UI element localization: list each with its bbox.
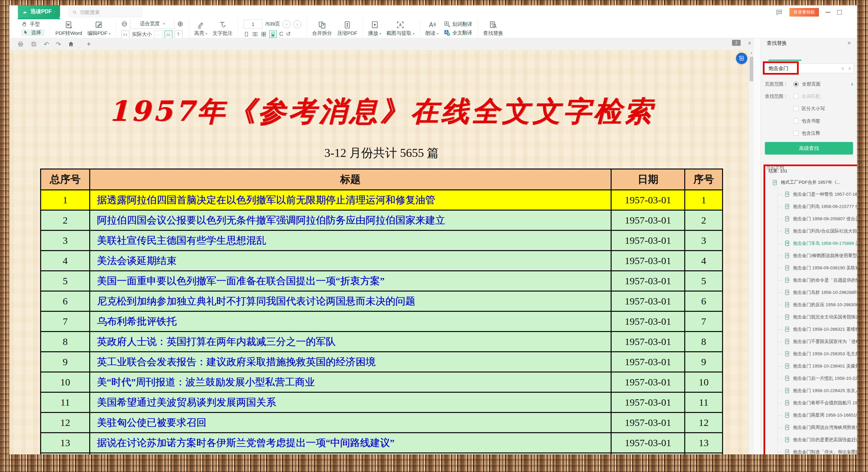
merge-split-button[interactable]: 合并拆分: [312, 21, 332, 36]
panel-tab[interactable]: [809, 48, 857, 61]
search-result-item[interactable]: 炮击金门后一片慌乱 1958-10-2264: [765, 372, 857, 384]
table-row[interactable]: 7 乌布利希批评铁托 1957-03-01 7: [41, 311, 723, 332]
table-row[interactable]: 12 美驻匈公使已被要求召回 1957-03-01 12: [41, 413, 723, 433]
search-result-item[interactable]: 炮击金门两周说台湾海峡局势发生了: [765, 421, 857, 434]
redo-icon[interactable]: ↷: [56, 40, 61, 48]
panel-close-icon[interactable]: ✕: [847, 40, 851, 46]
table-row[interactable]: 10 美“时代”周刊报道：波兰鼓励发展小型私营工商业 1957-03-01 10: [41, 372, 723, 392]
search-result-item[interactable]: 炮击金门岛群 1958-10-296288叶公超: [765, 286, 857, 298]
login-button[interactable]: 登录享特权: [789, 8, 819, 17]
edit-pdf-button[interactable]: 编辑PDF ▾: [88, 21, 111, 36]
print-icon[interactable]: [17, 41, 24, 48]
cell-article-title[interactable]: 美法会谈延期结束: [90, 251, 611, 271]
results-root-item[interactable]: 格式工厂PDF合并 1957年《...: [765, 177, 857, 188]
checkbox-icon[interactable]: [794, 94, 798, 99]
search-result-item[interactable]: 炮击金门的反应 1958-10-286308 杜: [765, 298, 857, 311]
cell-article-title[interactable]: 尼克松到加纳参加独立典礼时不打算同我国代表讨论两国悬而未决的问题: [90, 291, 611, 311]
table-row[interactable]: 13 据说在讨论苏加诺方案时各伊斯兰党曾考虑提出一项“中间路线建议” 1957-…: [41, 433, 723, 453]
checkbox-icon[interactable]: [794, 131, 798, 136]
panel-tab[interactable]: [761, 48, 809, 61]
restore-button[interactable]: [837, 10, 842, 14]
search-option[interactable]: 全词匹配: [794, 90, 853, 102]
table-row[interactable]: 9 英工业联合会发表报告：建议政府采取措施挽救英国的经济困境 1957-03-0…: [41, 352, 723, 372]
search-result-item[interactable]: 炮击金门目的是要把美国强盗赶出台: [765, 434, 857, 446]
actual-size-icon[interactable]: 1:1: [121, 31, 129, 38]
search-result-item[interactable]: 炮击金门等岛 1958-09-175889 美: [765, 237, 857, 249]
search-result-item[interactable]: 炮击金门的命令是「自愿提供的情报」: [765, 274, 857, 286]
cell-article-title[interactable]: 据透露阿拉伯四国首脑决定在以色列撤军以前无限期停止清理运河和修复油管: [90, 190, 611, 210]
search-option[interactable]: 区分大小写: [794, 102, 853, 115]
radio-selected-icon[interactable]: [794, 82, 799, 87]
search-result-item[interactable]: 炮击金门是一种警告 1957-07-16 23: [765, 188, 857, 200]
app-logo[interactable]: 迅读PDF ▾: [18, 5, 60, 18]
text-note-button[interactable]: 文字批注: [213, 21, 232, 36]
cell-article-title[interactable]: 据说在讨论苏加诺方案时各伊斯兰党曾考虑提出一项“中间路线建议”: [90, 433, 611, 453]
cell-article-title[interactable]: 美国一面重申要以色列撤军一面准备在联合国提出一项“折衷方案”: [90, 271, 611, 291]
next-page-icon[interactable]: ›: [293, 20, 301, 28]
scroll-up-icon[interactable]: ∧: [749, 51, 754, 55]
hand-tool[interactable]: 手型: [21, 21, 44, 28]
undo-icon[interactable]: ↶: [44, 40, 49, 48]
select-tool[interactable]: 选择: [21, 29, 44, 36]
search-query-input[interactable]: 炮击金门: [764, 63, 854, 73]
pdf-to-word-button[interactable]: PDF转Word: [55, 21, 82, 36]
capture-extract-button[interactable]: 截图与提取 ▾: [386, 21, 414, 36]
search-result-item[interactable]: 炮击金门不要跟美国宣传为「侵略」: [765, 335, 857, 348]
table-row[interactable]: 14 华盛顿方面对印尼政局的发展感到不安/马尼拉条约组织理事会将讨论印尼局势 1…: [41, 453, 723, 455]
floating-pdf-to-word-button[interactable]: [736, 53, 747, 64]
advanced-search-button[interactable]: 高级查找: [765, 142, 853, 155]
cell-article-title[interactable]: 美联社宣传民主德国有些学生思想混乱: [90, 230, 611, 251]
search-result-item[interactable]: 炮击金门我完全主动美国务院恼羞成: [765, 311, 857, 323]
table-row[interactable]: 8 英政府人士说：英国打算在两年内裁减三分之一的军队 1957-03-01 8: [41, 332, 723, 352]
viewer-scrollbar[interactable]: ∧: [749, 50, 754, 454]
rotate-right-icon[interactable]: C: [279, 31, 283, 37]
search-option[interactable]: 包含书签: [794, 115, 853, 127]
search-result-item[interactable]: 炮击金门 1958-10-256353 毛主席同: [765, 348, 857, 360]
scrollbar-thumb[interactable]: [750, 57, 753, 81]
hand-span-icon[interactable]: ▭: [164, 31, 173, 38]
word-translate-button[interactable]: 划词翻译: [444, 21, 472, 28]
collapse-toolbar-icon[interactable]: ∧: [748, 40, 751, 45]
table-row[interactable]: 2 阿拉伯四国会议公报要以色列无条件撤军强调阿拉伯防务应由阿拉伯国家来建立 19…: [41, 210, 723, 230]
prev-page-icon[interactable]: ‹: [283, 20, 290, 28]
table-row[interactable]: 3 美联社宣传民主德国有些学生思想混乱 1957-03-01 3: [41, 230, 723, 251]
play-button[interactable]: 播放 ▾: [368, 21, 381, 36]
zoom-out-icon[interactable]: ⊖: [121, 20, 127, 28]
search-result-item[interactable]: 炮击金门 1958-09-205807 侵台美军: [765, 213, 857, 225]
zoom-mode-select[interactable]: 适合宽度 ▾: [130, 19, 175, 29]
text-select-icon[interactable]: T: [175, 31, 182, 38]
search-result-item[interactable]: 炮击金门 1958-10-226425 东京人士: [765, 384, 857, 397]
single-page-icon[interactable]: [244, 31, 249, 37]
cell-article-title[interactable]: 英政府人士说：英国打算在两年内裁减三分之一的军队: [90, 332, 611, 352]
cell-article-title[interactable]: 华盛顿方面对印尼政局的发展感到不安/马尼拉条约组织理事会将讨论印尼局势: [90, 453, 611, 455]
two-page-icon[interactable]: [252, 31, 258, 37]
read-aloud-button[interactable]: 朗读 ▾: [425, 21, 438, 36]
save-icon[interactable]: [31, 41, 37, 48]
function-search-box[interactable]: 功能搜索: [69, 7, 142, 17]
find-previous-icon[interactable]: ∨: [841, 66, 844, 71]
expand-range-icon[interactable]: ›: [851, 81, 853, 88]
rotate-left-icon[interactable]: ↺: [286, 31, 290, 37]
search-result-item[interactable]: 炮击金门/柳鹘图说我将使用重型的大: [765, 249, 857, 262]
search-result-item[interactable]: 炮击金门 1958-09-036190 美联社报: [765, 262, 857, 274]
search-result-item[interactable]: 炮击金门 1958-10-236401 美爆炸: [765, 360, 857, 372]
table-row[interactable]: 11 美国希望通过美波贸易谈判发展两国关系 1957-03-01 11: [41, 392, 723, 413]
page-number-input[interactable]: 1: [244, 20, 263, 29]
continuous-page-icon[interactable]: [269, 31, 277, 38]
search-result-item[interactable]: 炮击金门列岛 1958-09-215777 侵台: [765, 200, 857, 213]
pdf-viewer[interactable]: 1957年《参考消息》在线全文文字检索 3-12 月份共计 5655 篇 总序号…: [9, 50, 754, 454]
search-result-item[interactable]: 炮击金门两星周 1958-10-166519 美: [765, 409, 857, 421]
search-result-item[interactable]: 炮击金门蒋帮不会骚扰我船只 1958-: [765, 397, 857, 409]
cell-article-title[interactable]: 英工业联合会发表报告：建议政府采取措施挽救英国的经济困境: [90, 352, 611, 372]
highlight-button[interactable]: 高亮 ▾: [194, 21, 207, 36]
compress-pdf-button[interactable]: 压缩PDF: [337, 21, 357, 36]
cell-article-title[interactable]: 美国希望通过美波贸易谈判发展两国关系: [90, 392, 611, 413]
table-row[interactable]: 4 美法会谈延期结束 1957-03-01 4: [41, 251, 723, 271]
four-page-icon[interactable]: [261, 31, 267, 37]
table-row[interactable]: 5 美国一面重申要以色列撤军一面准备在联合国提出一项“折衷方案” 1957-03…: [41, 271, 723, 291]
cell-article-title[interactable]: 美“时代”周刊报道：波兰鼓励发展小型私营工商业: [90, 372, 611, 392]
cell-article-title[interactable]: 乌布利希批评铁托: [90, 311, 611, 332]
checkbox-icon[interactable]: [794, 106, 798, 111]
checkbox-icon[interactable]: [794, 118, 798, 123]
marquee-zoom-icon[interactable]: ·: [155, 31, 162, 38]
